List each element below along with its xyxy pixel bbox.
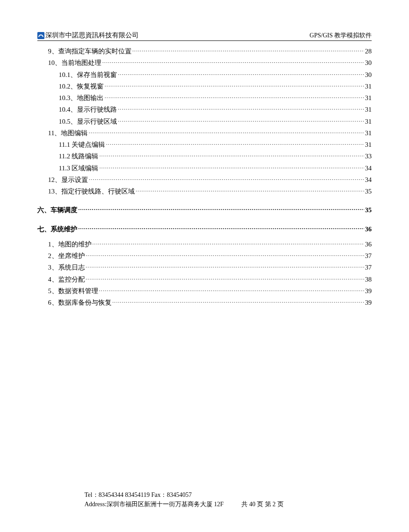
toc-entry: 4、监控分配38 xyxy=(37,274,372,285)
toc-entry-page: 31 xyxy=(365,104,372,115)
toc-section-2: 1、地图的维护362、坐席维护373、系统日志374、监控分配385、数据资料管… xyxy=(37,238,372,309)
company-logo-icon xyxy=(37,32,44,39)
toc-entry: 10.4、显示行驶线路31 xyxy=(37,104,372,115)
toc-entry-label: 11.1 关键点编辑 xyxy=(59,139,105,150)
toc-leader-dots xyxy=(104,81,364,91)
toc-entry: 5、数据资料管理39 xyxy=(37,285,372,297)
toc-entry: 10.5、显示行驶区域31 xyxy=(37,116,372,127)
toc-entry-label: 12、显示设置 xyxy=(48,174,88,185)
toc-heading-page: 36 xyxy=(365,223,372,235)
toc-entry-label: 5、数据资料管理 xyxy=(48,285,98,297)
toc-entry-page: 37 xyxy=(365,262,372,273)
toc-entry-label: 10.1、保存当前视窗 xyxy=(59,69,117,81)
footer-line2: Address:深圳市福田区新洲十一街万基商务大厦 12F 共 40 页 第 2… xyxy=(84,500,409,509)
toc-entry: 10.2、恢复视窗31 xyxy=(37,81,372,92)
toc-entry-page: 36 xyxy=(365,238,372,250)
toc-leader-dots xyxy=(102,58,364,67)
toc-entry: 11.1 关键点编辑31 xyxy=(37,139,372,150)
toc-entry-label: 11.3 区域编辑 xyxy=(59,162,98,174)
toc-heading-7: 七、系统维护 36 xyxy=(37,223,372,235)
toc-heading-page: 35 xyxy=(365,204,372,216)
toc-leader-dots xyxy=(92,239,365,249)
toc-leader-dots xyxy=(118,105,364,114)
toc-leader-dots xyxy=(88,128,364,137)
toc-leader-dots xyxy=(118,70,364,79)
toc-leader-dots xyxy=(99,286,365,295)
toc-leader-dots xyxy=(112,298,365,307)
page-footer: Tel：83454344 83454119 Fax：83454057 Addre… xyxy=(0,490,409,509)
footer-address: Address:深圳市福田区新洲十一街万基商务大厦 12F xyxy=(84,500,224,509)
toc-entry: 11.3 区域编辑34 xyxy=(37,162,372,174)
toc-entry-page: 38 xyxy=(365,274,372,285)
footer-page-count: 共 40 页 第 2 页 xyxy=(241,500,284,509)
toc-entry-label: 10.5、显示行驶区域 xyxy=(59,116,117,127)
toc-entry-label: 10、当前地图处理 xyxy=(48,57,101,69)
toc-leader-dots xyxy=(132,46,365,56)
toc-leader-dots xyxy=(89,175,364,184)
toc-entry-page: 34 xyxy=(365,174,372,185)
toc-entry-label: 11.2 线路编辑 xyxy=(59,150,98,162)
toc-entry-page: 30 xyxy=(365,57,372,69)
toc-entry-page: 37 xyxy=(365,250,372,262)
toc-leader-dots xyxy=(136,186,364,196)
toc-entry: 6、数据库备份与恢复39 xyxy=(37,297,372,308)
toc-leader-dots xyxy=(78,205,364,214)
toc-entry-label: 10.2、恢复视窗 xyxy=(59,81,104,92)
toc-heading-label: 七、系统维护 xyxy=(37,223,77,235)
toc-entry-label: 2、坐席维护 xyxy=(48,250,85,262)
toc-entry-page: 30 xyxy=(365,69,372,81)
toc-entry-page: 31 xyxy=(365,127,372,139)
header-left: 深圳市中諾思資訊科技有限公司 xyxy=(37,31,139,40)
toc-entry-label: 10.4、显示行驶线路 xyxy=(59,104,117,115)
toc-entry-page: 31 xyxy=(365,92,372,104)
toc-entry-page: 31 xyxy=(365,116,372,127)
toc-entry: 10、当前地图处理30 xyxy=(37,57,372,69)
toc-leader-dots xyxy=(78,224,364,234)
toc-entry-label: 6、数据库备份与恢复 xyxy=(48,297,112,308)
toc-leader-dots xyxy=(86,262,365,272)
toc-entry: 1、地图的维护36 xyxy=(37,238,372,250)
toc-entry: 13、指定行驶线路、行驶区域35 xyxy=(37,185,372,197)
toc-entry-page: 34 xyxy=(365,162,372,174)
toc-entry-label: 10.3、地图输出 xyxy=(59,92,104,104)
toc-leader-dots xyxy=(99,163,364,173)
toc-leader-dots xyxy=(86,274,365,284)
toc-entry: 11.2 线路编辑33 xyxy=(37,150,372,162)
toc-entry-page: 35 xyxy=(365,185,372,197)
toc-entry: 12、显示设置34 xyxy=(37,174,372,185)
toc-section-1: 9、查询指定车辆的实时位置2810、当前地图处理3010.1、保存当前视窗301… xyxy=(37,45,372,197)
toc-entry-label: 4、监控分配 xyxy=(48,274,85,285)
footer-tel: Tel：83454344 83454119 Fax：83454057 xyxy=(84,490,409,500)
toc-leader-dots xyxy=(99,151,364,161)
toc-entry: 10.1、保存当前视窗30 xyxy=(37,69,372,81)
toc-leader-dots xyxy=(106,140,364,149)
company-name: 深圳市中諾思資訊科技有限公司 xyxy=(45,31,139,40)
toc-heading-6: 六、车辆调度 35 xyxy=(37,204,372,216)
toc-entry-label: 1、地图的维护 xyxy=(48,238,92,250)
toc-entry-label: 13、指定行驶线路、行驶区域 xyxy=(48,185,135,197)
page: 深圳市中諾思資訊科技有限公司 GPS/GIS 教学模拟软件 9、查询指定车辆的实… xyxy=(0,0,409,532)
toc-entry: 9、查询指定车辆的实时位置28 xyxy=(37,45,372,57)
toc-entry-page: 28 xyxy=(365,45,372,57)
toc-entry: 2、坐席维护37 xyxy=(37,250,372,262)
toc-entry-label: 3、系统日志 xyxy=(48,262,85,273)
toc-leader-dots xyxy=(104,93,364,102)
toc-entry: 3、系统日志37 xyxy=(37,262,372,273)
toc-entry: 11、地图编辑31 xyxy=(37,127,372,139)
toc-entry-label: 11、地图编辑 xyxy=(48,127,88,139)
toc-entry-page: 33 xyxy=(365,150,372,162)
toc-heading-label: 六、车辆调度 xyxy=(37,204,77,216)
toc-entry-page: 39 xyxy=(365,297,372,308)
document-title: GPS/GIS 教学模拟软件 xyxy=(309,32,372,40)
toc-entry-page: 31 xyxy=(365,81,372,92)
svg-rect-0 xyxy=(37,32,44,39)
toc-entry-page: 31 xyxy=(365,139,372,150)
toc-leader-dots xyxy=(118,117,364,126)
toc-leader-dots xyxy=(86,251,365,260)
page-header: 深圳市中諾思資訊科技有限公司 GPS/GIS 教学模拟软件 xyxy=(37,31,372,41)
toc-entry-label: 9、查询指定车辆的实时位置 xyxy=(48,45,132,57)
toc-entry: 10.3、地图输出31 xyxy=(37,92,372,104)
toc-entry-page: 39 xyxy=(365,285,372,297)
